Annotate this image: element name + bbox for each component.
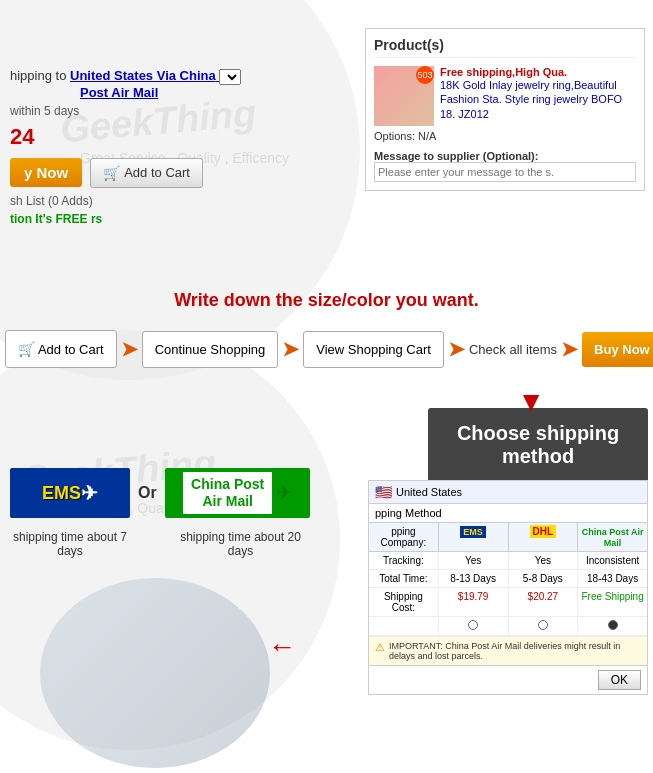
radio-circle-cp[interactable]: [608, 620, 618, 630]
shipping-method-link[interactable]: Post Air Mail: [80, 85, 158, 100]
wish-list: sh List (0 Adds): [10, 194, 241, 208]
ems-logo-small: EMS: [460, 526, 486, 538]
person-area: [40, 578, 270, 768]
ok-btn-row: OK: [369, 665, 647, 694]
choose-shipping-box: Choose shipping method: [428, 408, 648, 482]
step-arrow-4: ➤: [561, 337, 578, 361]
important-text: IMPORTANT: China Post Air Mail deliverie…: [389, 641, 641, 661]
radio-cp[interactable]: [578, 617, 647, 635]
col-company: pping Company:: [369, 523, 439, 551]
buy-now-step-button[interactable]: Buy Now: [582, 332, 653, 367]
red-down-arrow: ▼: [517, 388, 545, 416]
free-shipping-label: Free shipping,High Qua.: [440, 66, 636, 78]
left-arrow-icon: ←: [268, 631, 296, 663]
add-to-cart-step-button[interactable]: 🛒 Add to Cart: [5, 330, 117, 368]
tracking-dhl: Yes: [509, 552, 579, 569]
radio-circle-dhl[interactable]: [538, 620, 548, 630]
product-name: 18K Gold Inlay jewelry ring,Beautiful Fa…: [440, 78, 636, 121]
warning-icon: ⚠: [375, 641, 385, 654]
radio-circle-ems[interactable]: [468, 620, 478, 630]
cost-dhl: $20.27: [509, 588, 579, 616]
time-label: Total Time:: [369, 570, 439, 587]
time-cp: 18-43 Days: [578, 570, 647, 587]
shipping-table-panel: 🇺🇸 United States pping Method pping Comp…: [368, 480, 648, 695]
cost-ems: $19.79: [439, 588, 509, 616]
price-display: 24: [10, 124, 241, 150]
message-input[interactable]: [374, 162, 636, 182]
time-ems: 8-13 Days: [439, 570, 509, 587]
radio-ems[interactable]: [439, 617, 509, 635]
cost-label: Shipping Cost:: [369, 588, 439, 616]
product-thumbnail: 503: [374, 66, 434, 126]
table-sub-header: pping Company: EMS DHL China Post Air Ma…: [369, 523, 647, 552]
ems-plane-icon: ✈: [81, 481, 98, 505]
united-states-label: United States: [396, 486, 462, 498]
ems-text: EMS: [42, 483, 81, 504]
tracking-ems: Yes: [439, 552, 509, 569]
ok-button[interactable]: OK: [598, 670, 641, 690]
person-image: [40, 578, 270, 768]
china-post-inner: China Post Air Mail: [183, 472, 272, 514]
shipping-times: shipping time about 7 days shipping time…: [10, 530, 313, 558]
step-arrow-2: ➤: [282, 337, 299, 361]
or-label: Or: [138, 484, 157, 502]
cost-row: Shipping Cost: $19.79 $20.27 Free Shippi…: [369, 588, 647, 617]
shipping-info-panel: hipping to United States Via China Post …: [10, 68, 241, 226]
time-dhl: 5-8 Days: [509, 570, 579, 587]
step-arrow-1: ➤: [121, 337, 138, 361]
radio-row: [369, 617, 647, 636]
message-section: Message to supplier (Optional):: [374, 150, 636, 182]
protection-info: tion It's FREE rs: [10, 212, 241, 226]
tracking-cp: Inconsistent: [578, 552, 647, 569]
product-options: Options: N/A: [374, 130, 636, 142]
important-note: ⚠ IMPORTANT: China Post Air Mail deliver…: [369, 636, 647, 665]
view-cart-button[interactable]: View Shopping Cart: [303, 331, 444, 368]
ems-badge: EMS ✈: [10, 468, 130, 518]
time-row: Total Time: 8-13 Days 5-8 Days 18-43 Day…: [369, 570, 647, 588]
shipping-to-label: hipping to: [10, 68, 66, 83]
continue-shopping-button[interactable]: Continue Shopping: [142, 331, 279, 368]
steps-row: 🛒 Add to Cart ➤ Continue Shopping ➤ View…: [5, 330, 653, 368]
tracking-label: Tracking:: [369, 552, 439, 569]
product-badge: 503: [416, 66, 434, 84]
shipping-method-row: pping Method: [369, 504, 647, 523]
cart-icon: 🛒: [103, 165, 120, 181]
col-china-post: China Post Air Mail: [578, 523, 647, 551]
col-ems: EMS: [439, 523, 509, 551]
us-flag-icon: 🇺🇸: [375, 484, 392, 500]
shipping-country-select[interactable]: [219, 69, 241, 85]
col-dhl: DHL: [509, 523, 579, 551]
product-panel: Product(s) 503 Free shipping,High Qua. 1…: [365, 28, 645, 191]
ems-time-label: shipping time about 7 days: [10, 530, 130, 558]
china-post-plane-icon: ✈: [276, 482, 291, 504]
tracking-row: Tracking: Yes Yes Inconsistent: [369, 552, 647, 570]
product-info: Free shipping,High Qua. 18K Gold Inlay j…: [440, 66, 636, 121]
buy-now-button[interactable]: y Now: [10, 158, 82, 187]
step-arrow-3: ➤: [448, 337, 465, 361]
shipping-link[interactable]: United States Via China: [70, 68, 241, 83]
cart-step-icon: 🛒: [18, 341, 35, 357]
united-states-row: 🇺🇸 United States: [369, 481, 647, 504]
product-panel-title: Product(s): [374, 37, 636, 58]
dhl-logo-small: DHL: [530, 525, 557, 538]
annotation-text: Write down the size/color you want.: [157, 290, 497, 311]
china-post-badge: China Post Air Mail ✈: [165, 468, 310, 518]
shipping-options: EMS ✈ Or China Post Air Mail ✈: [10, 468, 310, 518]
add-to-cart-button[interactable]: 🛒 Add to Cart: [90, 158, 203, 188]
radio-dhl[interactable]: [509, 617, 579, 635]
shipping-days: within 5 days: [10, 104, 241, 118]
china-post-time-label: shipping time about 20 days: [168, 530, 313, 558]
message-label: Message to supplier (Optional):: [374, 150, 636, 162]
china-post-logo-small: China Post Air Mail: [582, 527, 644, 548]
check-items-label: Check all items: [469, 342, 557, 357]
radio-spacer: [369, 617, 439, 635]
cost-cp: Free Shipping: [578, 588, 647, 616]
